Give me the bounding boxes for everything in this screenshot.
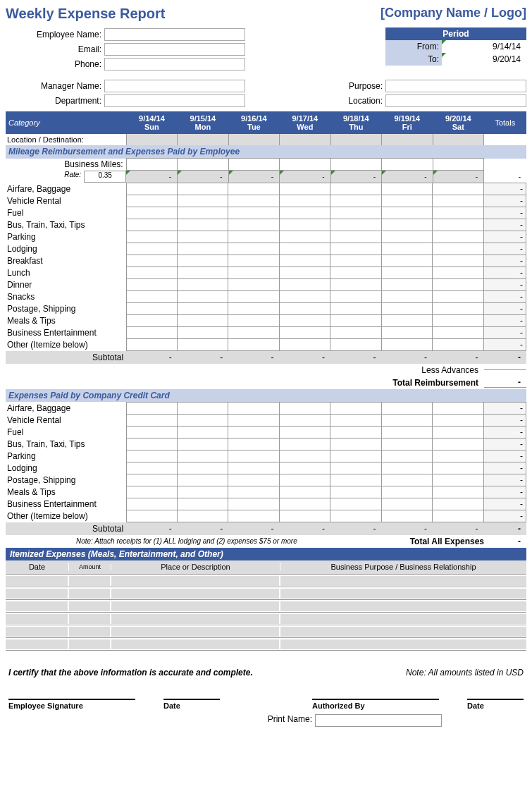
employee-name-input[interactable]: [104, 28, 245, 41]
expense-cell[interactable]: [126, 290, 177, 302]
expense-cell[interactable]: [228, 338, 279, 350]
expense-cell[interactable]: [126, 414, 177, 426]
expense-cell[interactable]: [279, 290, 330, 302]
expense-cell[interactable]: [433, 195, 483, 207]
expense-cell[interactable]: [228, 302, 279, 314]
expense-cell[interactable]: [126, 498, 177, 510]
expense-cell[interactable]: [228, 402, 279, 414]
itemized-cell[interactable]: [69, 589, 111, 599]
expense-cell[interactable]: [228, 266, 279, 278]
expense-cell[interactable]: [433, 450, 483, 462]
expense-cell[interactable]: [279, 231, 330, 243]
itemized-cell[interactable]: [69, 614, 111, 624]
itemized-cell[interactable]: [6, 627, 69, 637]
expense-cell[interactable]: [381, 302, 432, 314]
expense-cell[interactable]: [177, 266, 228, 278]
expense-cell[interactable]: [228, 462, 279, 474]
expense-cell[interactable]: [381, 414, 432, 426]
expense-cell[interactable]: [433, 278, 483, 290]
expense-cell[interactable]: [177, 219, 228, 231]
expense-cell[interactable]: [126, 195, 177, 207]
expense-cell[interactable]: [126, 462, 177, 474]
expense-cell[interactable]: [279, 219, 330, 231]
period-to-value[interactable]: 9/20/14: [442, 53, 526, 66]
expense-cell[interactable]: [433, 207, 483, 219]
expense-cell[interactable]: [177, 462, 228, 474]
expense-cell[interactable]: [330, 266, 381, 278]
expense-cell[interactable]: [330, 278, 381, 290]
expense-cell[interactable]: [381, 207, 432, 219]
itemized-cell[interactable]: [6, 576, 69, 586]
expense-cell[interactable]: [228, 326, 279, 338]
expense-cell[interactable]: [381, 326, 432, 338]
expense-cell[interactable]: [126, 183, 177, 195]
expense-cell[interactable]: [279, 255, 330, 266]
expense-cell[interactable]: [279, 438, 330, 450]
expense-cell[interactable]: [433, 438, 483, 450]
expense-cell[interactable]: [177, 338, 228, 350]
expense-cell[interactable]: [381, 426, 432, 438]
expense-cell[interactable]: [126, 255, 177, 266]
expense-cell[interactable]: [279, 474, 330, 486]
expense-cell[interactable]: [330, 462, 381, 474]
itemized-cell[interactable]: [111, 639, 280, 649]
expense-cell[interactable]: [177, 474, 228, 486]
expense-cell[interactable]: [433, 231, 483, 243]
department-input[interactable]: [104, 94, 245, 107]
expense-cell[interactable]: [330, 338, 381, 350]
itemized-cell[interactable]: [69, 601, 111, 611]
expense-cell[interactable]: [433, 510, 483, 522]
expense-cell[interactable]: [381, 474, 432, 486]
expense-cell[interactable]: [228, 498, 279, 510]
expense-cell[interactable]: [279, 314, 330, 326]
expense-cell[interactable]: [330, 207, 381, 219]
expense-cell[interactable]: [228, 510, 279, 522]
expense-cell[interactable]: [279, 195, 330, 207]
expense-cell[interactable]: [126, 243, 177, 255]
expense-cell[interactable]: [381, 255, 432, 266]
expense-cell[interactable]: [330, 243, 381, 255]
expense-cell[interactable]: [126, 486, 177, 498]
expense-cell[interactable]: [177, 207, 228, 219]
expense-cell[interactable]: [381, 498, 432, 510]
itemized-cell[interactable]: [6, 639, 69, 649]
expense-cell[interactable]: [279, 338, 330, 350]
expense-cell[interactable]: [177, 498, 228, 510]
expense-cell[interactable]: [177, 314, 228, 326]
expense-cell[interactable]: [279, 326, 330, 338]
expense-cell[interactable]: [177, 290, 228, 302]
phone-input[interactable]: [104, 58, 245, 71]
expense-cell[interactable]: [228, 231, 279, 243]
location-input[interactable]: [385, 94, 526, 107]
expense-cell[interactable]: [177, 402, 228, 414]
itemized-cell[interactable]: [111, 601, 280, 611]
itemized-cell[interactable]: [69, 639, 111, 649]
itemized-cell[interactable]: [280, 614, 526, 624]
expense-cell[interactable]: [279, 278, 330, 290]
expense-cell[interactable]: [126, 231, 177, 243]
expense-cell[interactable]: [279, 414, 330, 426]
expense-cell[interactable]: [126, 302, 177, 314]
expense-cell[interactable]: [330, 414, 381, 426]
expense-cell[interactable]: [279, 266, 330, 278]
expense-cell[interactable]: [126, 450, 177, 462]
expense-cell[interactable]: [381, 510, 432, 522]
expense-cell[interactable]: [433, 302, 483, 314]
expense-cell[interactable]: [433, 414, 483, 426]
expense-cell[interactable]: [433, 314, 483, 326]
itemized-cell[interactable]: [111, 627, 280, 637]
expense-cell[interactable]: [177, 278, 228, 290]
expense-cell[interactable]: [126, 426, 177, 438]
itemized-cell[interactable]: [111, 614, 280, 624]
expense-cell[interactable]: [381, 402, 432, 414]
expense-cell[interactable]: [228, 414, 279, 426]
expense-cell[interactable]: [177, 326, 228, 338]
expense-cell[interactable]: [330, 183, 381, 195]
expense-cell[interactable]: [330, 255, 381, 266]
expense-cell[interactable]: [228, 426, 279, 438]
expense-cell[interactable]: [381, 438, 432, 450]
expense-cell[interactable]: [433, 266, 483, 278]
itemized-cell[interactable]: [6, 601, 69, 611]
less-advances-value[interactable]: [484, 369, 526, 370]
expense-cell[interactable]: [279, 426, 330, 438]
